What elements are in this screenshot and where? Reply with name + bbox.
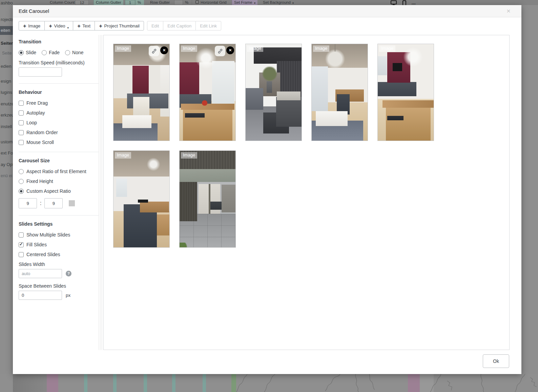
- slide-type-badge: Image: [115, 45, 131, 52]
- size-option-aspect-first[interactable]: Aspect Ratio of first Element: [19, 169, 99, 174]
- slide-radio[interactable]: [19, 50, 24, 55]
- column-gutter-unit: %: [135, 0, 144, 5]
- sidebar-item-dashboard: ashboard: [1, 0, 13, 5]
- none-radio[interactable]: [65, 50, 70, 55]
- column-gutter-label: Column Gutter: [94, 0, 123, 5]
- behaviour-option-loop[interactable]: Loop: [19, 120, 99, 125]
- space-between-slides-input[interactable]: [19, 291, 62, 300]
- random-order-checkbox[interactable]: [19, 130, 24, 135]
- link-icon: [218, 48, 223, 54]
- slide-type-badge: Image: [379, 45, 395, 52]
- edit-caption-button[interactable]: Edit Caption: [163, 21, 196, 30]
- autoplay-checkbox[interactable]: [19, 110, 24, 116]
- ok-button[interactable]: Ok: [483, 354, 509, 368]
- edit-link-button[interactable]: Edit Link: [195, 21, 221, 30]
- pink-column-guide: [47, 374, 58, 392]
- sidebar-item-menue: enü ei: [1, 173, 12, 178]
- show-multiple-slides-checkbox[interactable]: [19, 232, 24, 238]
- transition-speed-label: Transition Speed (milliseconds): [19, 60, 99, 65]
- size-option-custom-aspect[interactable]: Custom Aspect Ratio: [19, 188, 99, 194]
- slide-type-badge: Image: [313, 45, 329, 52]
- viewport-toggle-icons: [390, 0, 416, 5]
- slides-width-input[interactable]: [19, 269, 62, 278]
- space-between-slides-label: Space Between Slides: [19, 283, 99, 289]
- none-radio-label: None: [72, 50, 83, 55]
- sidebar-item-seite-erstellen: Seite e: [2, 51, 13, 56]
- mobile-icon: [402, 0, 406, 5]
- slide-type-badge: Image: [181, 45, 197, 52]
- slide-type-badge: Image: [247, 45, 263, 52]
- close-icon[interactable]: [505, 8, 512, 15]
- custom-aspect-radio[interactable]: [19, 189, 24, 194]
- carousel-slide-thumbnail[interactable]: Image: [113, 44, 170, 141]
- fill-slides-checkbox[interactable]: [19, 242, 24, 247]
- slide-remove-button[interactable]: [160, 46, 168, 54]
- plus-icon: [77, 23, 82, 28]
- aspect-first-radio[interactable]: [19, 169, 24, 174]
- link-icon: [151, 48, 157, 54]
- fade-radio[interactable]: [42, 50, 47, 55]
- sidebar-item-einstellungen: instell: [1, 124, 12, 129]
- set-background-label: Set Background: [263, 0, 291, 5]
- add-text-button[interactable]: Text: [73, 21, 95, 30]
- slide-remove-button[interactable]: [226, 46, 234, 54]
- transition-option-none[interactable]: None: [65, 50, 83, 55]
- carousel-size-heading: Carousel Size: [19, 158, 99, 163]
- column-count-label: Column Count: [48, 0, 77, 5]
- fixed-height-radio[interactable]: [19, 179, 24, 184]
- slide-link-button[interactable]: [149, 46, 159, 56]
- edit-carousel-modal: Edit Carousel Image Video Text Project T…: [13, 5, 521, 374]
- slides-option-show-multiple[interactable]: Show Multiple Slides: [19, 232, 99, 238]
- carousel-slide-thumbnail[interactable]: Image: [245, 44, 302, 141]
- carousel-slide-thumbnail[interactable]: Image: [377, 44, 434, 141]
- plus-icon: [49, 23, 54, 28]
- set-background-button: Set Background: [261, 0, 296, 5]
- carousel-slide-thumbnail[interactable]: Image: [311, 44, 368, 141]
- slide-link-button[interactable]: [215, 46, 225, 56]
- ratio-height-input[interactable]: [44, 198, 63, 208]
- slides-option-fill-slides[interactable]: Fill Slides: [19, 242, 99, 247]
- slide-image: [180, 44, 235, 141]
- modal-title: Edit Carousel: [19, 8, 49, 14]
- behaviour-option-autoplay[interactable]: Autoplay: [19, 110, 99, 116]
- size-option-fixed-height[interactable]: Fixed Height: [19, 179, 99, 184]
- teal-column-guide: [203, 374, 206, 392]
- set-frame-label: Set Frame: [234, 0, 252, 5]
- panel-scroll-track[interactable]: [100, 35, 103, 350]
- behaviour-option-mouse-scroll[interactable]: Mouse Scroll: [19, 140, 99, 145]
- aspect-first-label: Aspect Ratio of first Element: [26, 169, 86, 174]
- carousel-slide-thumbnail[interactable]: Image: [179, 44, 236, 141]
- row-gutter-unit: %: [183, 0, 191, 5]
- add-video-button[interactable]: Video: [44, 21, 73, 30]
- ratio-separator: :: [40, 200, 41, 206]
- transition-speed-input[interactable]: [19, 67, 62, 77]
- slides-option-centered-slides[interactable]: Centered Slides: [19, 252, 99, 257]
- transition-options: Slide Fade None: [19, 50, 99, 55]
- loop-checkbox[interactable]: [19, 120, 24, 125]
- carousel-slide-thumbnail[interactable]: Image: [113, 150, 170, 248]
- fill-slides-label: Fill Slides: [26, 242, 47, 247]
- help-icon[interactable]: ?: [66, 271, 71, 276]
- free-drag-checkbox[interactable]: [19, 101, 24, 106]
- slide-image: [113, 151, 169, 247]
- teal-column-guide: [144, 374, 147, 392]
- ratio-width-input[interactable]: [19, 198, 37, 208]
- behaviour-option-random-order[interactable]: Random Order: [19, 130, 99, 135]
- add-image-button[interactable]: Image: [19, 21, 45, 30]
- transition-option-slide[interactable]: Slide: [19, 50, 36, 55]
- transition-option-fade[interactable]: Fade: [42, 50, 60, 55]
- slides-content-area: Image Image Image Image Image: [103, 35, 510, 350]
- carousel-slide-thumbnail[interactable]: Image: [179, 150, 236, 248]
- space-unit-label: px: [66, 293, 70, 298]
- admin-sidebar: ashboard rojects eiten Seiten Seite e ed…: [0, 0, 13, 392]
- behaviour-option-free-drag[interactable]: Free Drag: [19, 100, 99, 106]
- ratio-color-swatch[interactable]: [69, 200, 75, 206]
- sidebar-item-benutzer: enutze: [1, 101, 13, 106]
- centered-slides-checkbox[interactable]: [19, 252, 24, 257]
- add-project-thumbnail-button[interactable]: Project Thumbnail: [95, 21, 144, 30]
- row-gutter-value: [174, 0, 183, 5]
- mouse-scroll-checkbox[interactable]: [19, 140, 24, 145]
- sidebar-item-werkzeuge: erkzeu: [1, 112, 13, 118]
- row-gutter-label: Row Gutter: [148, 0, 172, 5]
- edit-button[interactable]: Edit: [147, 21, 163, 30]
